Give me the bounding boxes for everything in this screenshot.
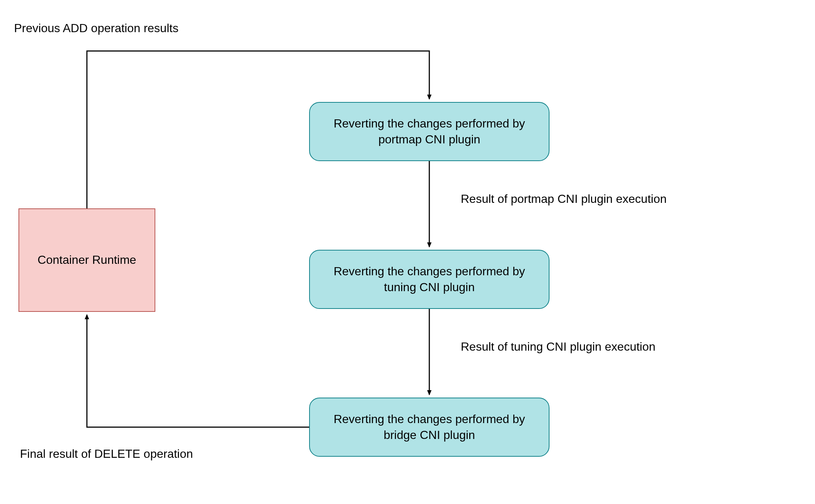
label-portmap-result: Result of portmap CNI plugin execution [461,192,667,206]
portmap-plugin-box: Reverting the changes performed by portm… [309,102,549,161]
bridge-plugin-box: Reverting the changes performed by bridg… [309,398,549,457]
bridge-line2: bridge CNI plugin [334,427,525,443]
tuning-plugin-box: Reverting the changes performed by tunin… [309,250,549,309]
bridge-line1: Reverting the changes performed by [334,411,525,427]
tuning-line1: Reverting the changes performed by [334,263,525,279]
container-runtime-box: Container Runtime [18,208,155,312]
container-runtime-text: Container Runtime [38,252,136,268]
portmap-line2: portmap CNI plugin [334,132,525,147]
label-tuning-result: Result of tuning CNI plugin execution [461,340,656,354]
tuning-line2: tuning CNI plugin [334,279,525,295]
label-final-result: Final result of DELETE operation [20,447,193,461]
label-previous-add: Previous ADD operation results [14,21,179,35]
portmap-line1: Reverting the changes performed by [334,116,525,132]
arrow-bridge-to-runtime [87,315,309,427]
